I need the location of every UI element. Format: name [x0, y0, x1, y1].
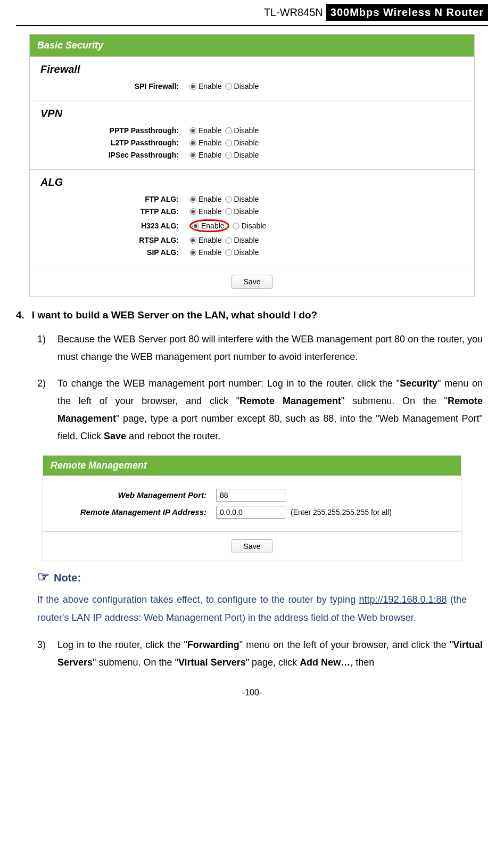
disable-label: Disable — [234, 236, 259, 244]
bold-add-new: Add New… — [300, 657, 350, 668]
tftp-enable-radio[interactable]: Enable — [189, 207, 222, 216]
step2-num: 2) — [37, 375, 50, 446]
spi-firewall-label: SPI Firewall: — [40, 82, 189, 91]
disable-label: Disable — [242, 221, 267, 230]
alg-section: ALG FTP ALG: Enable Disable TFTP ALG: En… — [30, 169, 474, 267]
radio-icon — [189, 249, 196, 256]
pptp-disable-radio[interactable]: Disable — [225, 126, 259, 135]
rtsp-alg-row: RTSP ALG: Enable Disable — [40, 236, 464, 244]
rtsp-disable-radio[interactable]: Disable — [225, 236, 259, 244]
enable-label: Enable — [199, 195, 222, 203]
l2tp-disable-radio[interactable]: Disable — [225, 138, 259, 147]
rtsp-alg-label: RTSP ALG: — [40, 236, 189, 244]
t: " submenu. On the " — [93, 657, 178, 668]
note-heading: ☞Note: — [37, 569, 467, 585]
pptp-label: PPTP Passthrough: — [40, 126, 189, 135]
bold-forwarding: Forwarding — [187, 639, 239, 650]
sip-alg-row: SIP ALG: Enable Disable — [40, 248, 464, 257]
radio-icon — [189, 196, 196, 203]
enable-label: Enable — [199, 126, 222, 135]
web-port-input[interactable] — [216, 489, 285, 502]
spi-disable-radio[interactable]: Disable — [225, 82, 259, 91]
l2tp-label: L2TP Passthrough: — [40, 138, 189, 147]
rm-ip-row: Remote Management IP Address: (Enter 255… — [54, 506, 450, 519]
ipsec-enable-radio[interactable]: Enable — [189, 151, 222, 159]
radio-icon — [192, 223, 199, 229]
t: To change the WEB management port number… — [57, 378, 400, 389]
panel-title: Basic Security — [30, 35, 474, 56]
rm-ip-input[interactable] — [216, 506, 285, 519]
enable-label: Enable — [199, 236, 222, 244]
disable-label: Disable — [234, 82, 259, 91]
enable-label: Enable — [199, 207, 222, 216]
bold-virtual-servers2: Virtual Servers — [178, 657, 246, 668]
qa-step-2: 2) To change the WEB management port num… — [37, 375, 483, 446]
disable-label: Disable — [234, 126, 259, 135]
note-body: If the above configuration takes effect,… — [37, 590, 467, 627]
enable-label: Enable — [199, 82, 222, 91]
page-number: -100- — [16, 688, 488, 698]
sip-enable-radio[interactable]: Enable — [189, 248, 222, 257]
qa-step-3: 3) Log in to the router, click the "Forw… — [37, 636, 483, 672]
radio-icon — [225, 152, 232, 159]
save-button[interactable]: Save — [232, 275, 273, 289]
step3-num: 3) — [37, 636, 50, 672]
ftp-enable-radio[interactable]: Enable — [189, 195, 222, 203]
ipsec-row: IPSec Passthrough: Enable Disable — [40, 151, 464, 159]
rm-save-button[interactable]: Save — [232, 539, 273, 553]
doc-header: TL-WR845N 300Mbps Wireless N Router — [16, 0, 488, 26]
radio-icon — [225, 196, 232, 203]
ipsec-disable-radio[interactable]: Disable — [225, 151, 259, 159]
h323-alg-label: H323 ALG: — [40, 221, 189, 230]
h323-enable-radio[interactable]: Enable — [192, 221, 225, 230]
bold-security: Security — [400, 378, 437, 389]
step1-num: 1) — [37, 331, 50, 366]
tftp-disable-radio[interactable]: Disable — [225, 207, 259, 216]
rm-title: Remote Management — [43, 456, 461, 475]
radio-icon — [189, 208, 196, 215]
spi-firewall-row: SPI Firewall: Enable Disable — [40, 82, 464, 91]
firewall-title: Firewall — [40, 63, 464, 76]
ftp-disable-radio[interactable]: Disable — [225, 195, 259, 203]
t: " submenu. On the " — [341, 396, 448, 406]
l2tp-enable-radio[interactable]: Enable — [189, 138, 222, 147]
step2-text: To change the WEB management port number… — [57, 375, 483, 446]
sip-disable-radio[interactable]: Disable — [225, 248, 259, 257]
bold-remote-mgmt: Remote Management — [239, 396, 341, 406]
tftp-alg-label: TFTP ALG: — [40, 207, 189, 216]
pointing-hand-icon: ☞ — [37, 569, 49, 585]
l2tp-row: L2TP Passthrough: Enable Disable — [40, 138, 464, 147]
radio-icon — [233, 223, 239, 229]
disable-label: Disable — [234, 207, 259, 216]
sip-alg-label: SIP ALG: — [40, 248, 189, 257]
basic-security-panel: Basic Security Firewall SPI Firewall: En… — [29, 34, 475, 297]
step3-text: Log in to the router, click the "Forward… — [57, 636, 483, 672]
radio-icon — [225, 208, 232, 215]
h323-alg-row: H323 ALG: Enable Disable — [40, 219, 464, 232]
radio-icon — [225, 127, 232, 134]
disable-label: Disable — [234, 138, 259, 147]
enable-label: Enable — [199, 248, 222, 257]
router-url-link[interactable]: http://192.168.0.1:88 — [359, 594, 447, 605]
note-a: If the above configuration takes effect,… — [37, 594, 359, 605]
disable-label: Disable — [234, 195, 259, 203]
spi-enable-radio[interactable]: Enable — [189, 82, 222, 91]
rtsp-enable-radio[interactable]: Enable — [189, 236, 222, 244]
note-label-text: Note: — [54, 572, 81, 584]
tftp-alg-row: TFTP ALG: Enable Disable — [40, 207, 464, 216]
enable-label: Enable — [201, 221, 225, 230]
h323-disable-radio[interactable]: Disable — [233, 221, 267, 230]
radio-icon — [189, 152, 196, 159]
model-number: TL-WR845N — [264, 6, 323, 19]
pptp-enable-radio[interactable]: Enable — [189, 126, 222, 135]
vpn-section: VPN PPTP Passthrough: Enable Disable L2T… — [30, 101, 474, 169]
radio-icon — [225, 249, 232, 256]
qa-number: 4. — [16, 309, 24, 321]
qa-item-4: 4. I want to build a WEB Server on the L… — [16, 309, 488, 446]
t: , then — [350, 657, 374, 668]
rm-ip-label: Remote Management IP Address: — [54, 507, 216, 516]
h323-enable-highlight: Enable — [189, 219, 229, 232]
bold-save: Save — [104, 431, 126, 441]
radio-icon — [189, 140, 196, 146]
radio-icon — [225, 83, 232, 90]
